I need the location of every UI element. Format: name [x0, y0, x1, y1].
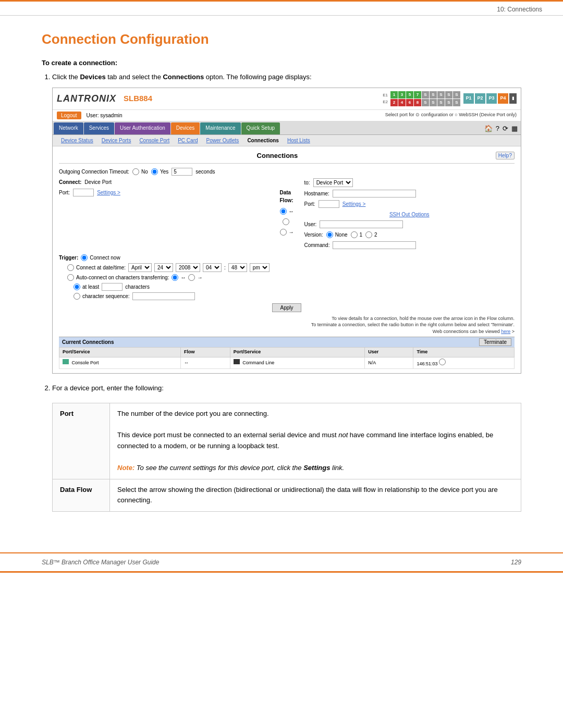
day-select[interactable]: 24 [154, 263, 173, 272]
min-select[interactable]: 48 [228, 263, 247, 272]
nav-tab-quick-setup[interactable]: Quick Setup [241, 122, 280, 135]
th-port-service: Port/Service [59, 348, 181, 357]
char-seq-input[interactable] [132, 292, 195, 300]
month-select[interactable]: April [128, 263, 152, 272]
auto-bidir-radio[interactable] [172, 274, 178, 281]
port-s7: S [430, 99, 437, 106]
right-radio-input[interactable] [280, 229, 287, 236]
yes-radio[interactable] [151, 168, 158, 175]
ampm-select[interactable]: pm [250, 263, 270, 272]
timeout-input[interactable] [172, 168, 192, 176]
th-user: User [365, 348, 413, 357]
logout-button[interactable]: Logout [57, 112, 81, 119]
no-radio[interactable] [132, 168, 139, 175]
command-input[interactable] [333, 241, 416, 249]
to-row: to: Device Port [304, 178, 515, 187]
ssh-user-input[interactable] [320, 220, 403, 228]
page-title: Connection Configuration [42, 31, 521, 47]
command-label: Command: [304, 241, 330, 249]
info-line1: To view details for a connection, hold t… [59, 315, 515, 322]
subnav-device-status[interactable]: Device Status [57, 136, 97, 145]
cell-port-service2: Command Line [230, 357, 365, 369]
subnav-power-outlets[interactable]: Power Outlets [202, 136, 243, 145]
yes-label: Yes [160, 168, 168, 176]
port-5: 5 [406, 91, 413, 98]
home-icon[interactable]: 🏠 [484, 124, 493, 134]
subnav-pc-card[interactable]: PC Card [174, 136, 202, 145]
apply-button[interactable]: Apply [272, 303, 301, 312]
auto-unidir-radio[interactable] [188, 274, 195, 281]
bidir-radio-input[interactable] [280, 208, 287, 215]
row-radio[interactable] [439, 359, 446, 365]
lx-nav: Network Services User Authentication Dev… [53, 121, 521, 135]
at-least-radio[interactable] [74, 283, 80, 290]
cell-flow: ↔ [181, 357, 230, 369]
datetime-radio-group: Connect at date/time: [67, 264, 126, 272]
connect-now-radio[interactable] [81, 254, 88, 261]
port-2: 2 [390, 99, 398, 106]
to-select[interactable]: Device Port [313, 178, 353, 187]
port-out-input[interactable] [319, 200, 339, 208]
port-s2: S [430, 91, 437, 98]
settings-bold: Settings [303, 464, 330, 472]
v1-radio[interactable] [351, 231, 358, 238]
no-radio-group: No [132, 168, 148, 176]
nav-tab-user-auth[interactable]: User Authentication [115, 122, 170, 135]
refresh-icon[interactable]: ⟳ [503, 124, 508, 134]
port-note: Note: To see the current settings for th… [117, 463, 513, 474]
settings-link[interactable]: Settings > [97, 189, 120, 196]
outgoing-timeout-row: Outgoing Connection Timeout: No Yes seco… [59, 168, 515, 176]
help-button[interactable]: Help? [496, 152, 515, 159]
hostname-label: Hostname: [304, 190, 329, 198]
subnav-host-lists[interactable]: Host Lists [283, 136, 314, 145]
v2-radio[interactable] [365, 231, 372, 238]
note-text: To see the current settings for this dev… [134, 464, 344, 472]
characters-input[interactable] [102, 283, 123, 291]
hour-select[interactable]: 04 [203, 263, 222, 272]
step2-text: For a device port, enter the following: [52, 384, 164, 392]
lx-subnav: Device Status Device Ports Console Port … [53, 135, 521, 146]
step1-text: Click the Devices tab and select the Con… [52, 73, 312, 81]
left-radio [283, 218, 291, 225]
main-form: Connect: Device Port Port: Settings > Da… [59, 178, 515, 252]
left-radio-input[interactable] [283, 218, 289, 225]
cell-user: N/A [365, 357, 413, 369]
hostname-input[interactable] [333, 190, 416, 198]
datetime-row: Connect at date/time: April 24 2008 [59, 263, 515, 272]
port-row: Port: Settings > [59, 189, 270, 196]
subnav-connections[interactable]: Connections [243, 136, 283, 145]
bottom-rule [0, 571, 563, 573]
auto-connect-radio[interactable] [67, 274, 74, 281]
nav-tab-maintenance[interactable]: Maintenance [200, 122, 240, 135]
field-row-port: Port The number of the device port you a… [53, 403, 521, 479]
here-link[interactable]: here [501, 329, 510, 334]
subnav-device-ports[interactable]: Device Ports [97, 136, 136, 145]
ssh-version-row: Version: None 1 [304, 231, 515, 239]
port-label: Port: [59, 189, 70, 196]
none-label: None [335, 231, 348, 239]
datetime-label: Connect at date/time: [76, 264, 126, 272]
logout-bar: Logout User: sysadmin Select port for ⊙ … [53, 110, 521, 121]
port-p3: P3 [486, 93, 497, 104]
terminate-button[interactable]: Terminate [479, 338, 511, 346]
subnav-console-port[interactable]: Console Port [135, 136, 174, 145]
auto-bidir-arrow: ↔ [180, 274, 186, 281]
nav-tab-network[interactable]: Network [54, 122, 83, 135]
nav-tab-services[interactable]: Services [84, 122, 114, 135]
lx-content: Connections Help? Outgoing Connection Ti… [53, 146, 521, 373]
year-select[interactable]: 2008 [176, 263, 200, 272]
settings-out-link[interactable]: Settings > [342, 200, 366, 208]
question-icon[interactable]: ? [496, 124, 499, 134]
datetime-radio[interactable] [67, 264, 74, 271]
characters-label: characters [125, 283, 150, 291]
seconds-label: seconds [195, 168, 215, 176]
nav-tab-devices[interactable]: Devices [171, 122, 200, 135]
char-seq-radio[interactable] [74, 293, 80, 300]
port-desc2: This device port must be connected to an… [117, 430, 513, 452]
port-input[interactable] [73, 189, 94, 196]
footer-right: 129 [511, 559, 521, 566]
e-labels: E1 E2 [383, 92, 388, 105]
auto-connect-row: Auto-connect on characters transferring:… [59, 274, 515, 281]
none-radio[interactable] [326, 231, 333, 238]
grid-icon[interactable]: ▦ [511, 124, 518, 134]
